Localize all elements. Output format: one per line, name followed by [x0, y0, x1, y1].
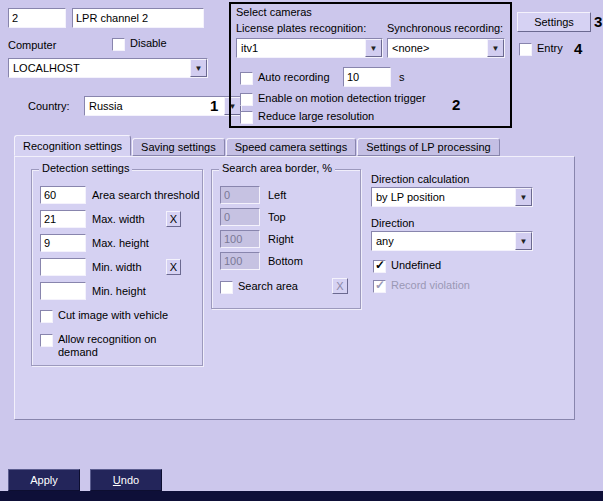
detection-settings-title: Detection settings: [39, 162, 132, 174]
undefined-label: Undefined: [391, 259, 441, 272]
auto-recording-label: Auto recording: [258, 71, 330, 84]
direction-label: Direction: [371, 217, 414, 229]
search-area-top-label: Top: [268, 211, 286, 223]
search-area-checkbox[interactable]: [220, 281, 233, 294]
max-width-label: Max. width: [92, 213, 145, 225]
record-violation-label: Record violation: [391, 279, 470, 292]
search-area-left-label: Left: [268, 189, 286, 201]
select-cameras-group: Select cameras License plates recognitio…: [229, 2, 512, 128]
annotation-2: 2: [452, 96, 460, 113]
annotation-4: 4: [574, 40, 582, 57]
entry-checkbox-row[interactable]: Entry: [519, 42, 563, 56]
search-area-checkbox-row[interactable]: Search area: [220, 280, 298, 294]
disable-label: Disable: [130, 37, 167, 50]
max-height-field[interactable]: [40, 234, 86, 252]
undo-mnemonic: U: [113, 474, 121, 486]
cut-image-label: Cut image with vehicle: [58, 309, 168, 322]
reduce-resolution-checkbox[interactable]: [240, 111, 253, 124]
min-size-x-button[interactable]: X: [166, 259, 181, 275]
cut-image-checkbox[interactable]: [40, 310, 53, 323]
min-width-field[interactable]: [40, 258, 86, 276]
tab-settings-of-lp-processing[interactable]: Settings of LP processing: [357, 138, 500, 156]
select-cameras-title: Select cameras: [236, 6, 312, 18]
entry-checkbox[interactable]: [519, 43, 532, 56]
undo-rest: ndo: [121, 474, 139, 486]
motion-trigger-label: Enable on motion detection trigger: [258, 92, 426, 105]
sync-recording-select-value: <none>: [388, 42, 487, 54]
tab-saving-settings[interactable]: Saving settings: [132, 138, 225, 156]
recognition-settings-panel: Detection settings Area search threshold…: [14, 156, 575, 420]
area-search-threshold-field[interactable]: [40, 186, 86, 204]
undo-button[interactable]: Undo: [90, 469, 162, 491]
computer-label: Computer: [8, 39, 56, 51]
motion-trigger-checkbox-row[interactable]: Enable on motion detection trigger: [240, 92, 426, 106]
channel-name-field[interactable]: [72, 8, 204, 28]
chevron-down-icon[interactable]: ▼: [487, 39, 504, 57]
search-area-right-field: [220, 230, 260, 248]
chevron-down-icon[interactable]: ▼: [190, 59, 207, 77]
sync-recording-label: Synchronous recording:: [387, 22, 503, 34]
lpr-camera-select[interactable]: itv1 ▼: [236, 38, 383, 58]
disable-checkbox-row[interactable]: Disable: [112, 37, 167, 51]
chevron-down-icon[interactable]: ▼: [365, 39, 382, 57]
disable-checkbox[interactable]: [112, 38, 125, 51]
min-width-label: Min. width: [92, 261, 142, 273]
allow-demand-checkbox-row[interactable]: Allow recognition on demand: [40, 333, 185, 359]
settings-button[interactable]: Settings: [517, 12, 591, 32]
tab-speed-camera-settings[interactable]: Speed camera settings: [226, 138, 357, 156]
max-height-label: Max. height: [92, 237, 149, 249]
channel-id-field[interactable]: [8, 8, 66, 28]
chevron-down-icon[interactable]: ▼: [515, 188, 532, 206]
reduce-resolution-checkbox-row[interactable]: Reduce large resolution: [240, 110, 374, 124]
cut-image-checkbox-row[interactable]: Cut image with vehicle: [40, 309, 168, 323]
search-area-top-field: [220, 208, 260, 226]
search-area-bottom-field: [220, 252, 260, 270]
motion-trigger-checkbox[interactable]: [240, 93, 253, 106]
direction-calculation-label: Direction calculation: [371, 173, 469, 185]
area-search-threshold-label: Area search threshold: [92, 189, 200, 201]
annotation-1: 1: [210, 97, 218, 114]
lpr-channel-settings-window: Computer Disable LOCALHOST ▼ Country: Ru…: [0, 0, 603, 501]
allow-demand-checkbox[interactable]: [40, 334, 53, 347]
search-area-border-title: Search area border, %: [219, 162, 335, 174]
lpr-camera-select-value: itv1: [237, 42, 365, 54]
sync-recording-select[interactable]: <none> ▼: [387, 38, 505, 58]
search-area-border-group: Search area border, % Left Top Right Bot…: [211, 169, 361, 309]
settings-tabbar: Recognition settings Saving settings Spe…: [14, 136, 501, 156]
direction-calculation-value: by LP position: [372, 191, 515, 203]
computer-select[interactable]: LOCALHOST ▼: [8, 58, 208, 78]
tab-recognition-settings[interactable]: Recognition settings: [14, 135, 131, 156]
auto-recording-checkbox[interactable]: [240, 72, 253, 85]
undefined-checkbox-row[interactable]: Undefined: [373, 259, 441, 273]
record-violation-checkbox-row: Record violation: [373, 279, 470, 293]
search-area-bottom-label: Bottom: [268, 255, 303, 267]
min-height-label: Min. height: [92, 285, 146, 297]
detection-settings-group: Detection settings Area search threshold…: [31, 169, 203, 366]
undefined-checkbox[interactable]: [373, 260, 386, 273]
record-violation-checkbox: [373, 280, 386, 293]
search-area-left-field: [220, 186, 260, 204]
computer-select-value: LOCALHOST: [9, 62, 190, 74]
lpr-recognition-label: License plates recognition:: [236, 22, 366, 34]
search-area-checkbox-label: Search area: [238, 280, 298, 293]
reduce-resolution-label: Reduce large resolution: [258, 110, 374, 123]
apply-button[interactable]: Apply: [8, 469, 80, 491]
direction-calculation-select[interactable]: by LP position ▼: [371, 187, 533, 207]
direction-select[interactable]: any ▼: [371, 231, 533, 251]
max-size-x-button[interactable]: X: [166, 211, 181, 227]
direction-select-value: any: [372, 235, 515, 247]
search-area-x-button: X: [332, 278, 348, 294]
search-area-right-label: Right: [268, 233, 294, 245]
country-label: Country:: [28, 100, 70, 112]
entry-label: Entry: [537, 42, 563, 55]
max-width-field[interactable]: [40, 210, 86, 228]
auto-recording-checkbox-row[interactable]: Auto recording: [240, 71, 330, 85]
seconds-unit-label: s: [399, 71, 405, 83]
allow-demand-label: Allow recognition on demand: [58, 333, 170, 359]
chevron-down-icon[interactable]: ▼: [515, 232, 532, 250]
annotation-3: 3: [594, 13, 602, 30]
min-height-field[interactable]: [40, 282, 86, 300]
auto-recording-seconds-field[interactable]: [343, 67, 391, 87]
window-bottom-strip: [0, 491, 603, 501]
country-select-value: Russia: [85, 100, 224, 112]
